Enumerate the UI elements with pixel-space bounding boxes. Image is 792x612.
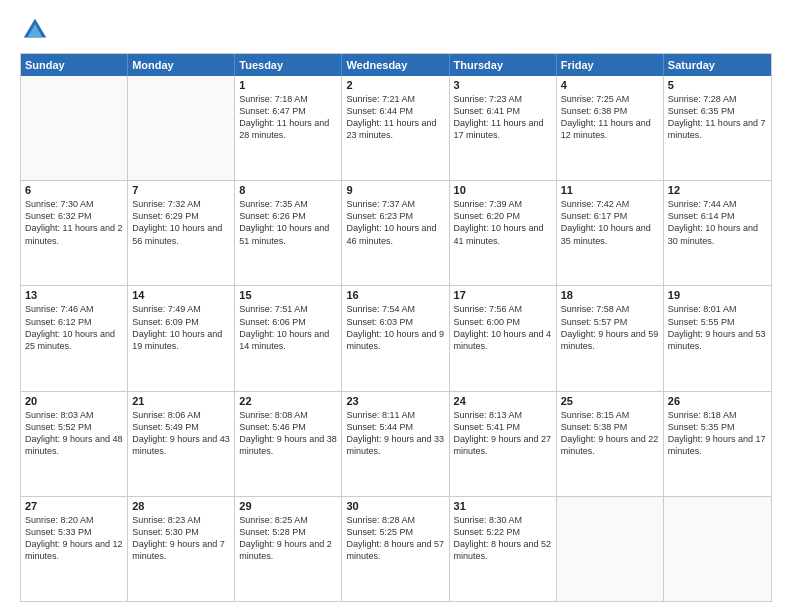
empty-cell [128, 76, 235, 180]
day-cell-6: 6Sunrise: 7:30 AM Sunset: 6:32 PM Daylig… [21, 181, 128, 285]
cell-details: Sunrise: 7:37 AM Sunset: 6:23 PM Dayligh… [346, 198, 444, 247]
logo-icon [20, 15, 50, 45]
calendar-row-4: 20Sunrise: 8:03 AM Sunset: 5:52 PM Dayli… [21, 391, 771, 496]
cell-details: Sunrise: 8:18 AM Sunset: 5:35 PM Dayligh… [668, 409, 767, 458]
day-cell-25: 25Sunrise: 8:15 AM Sunset: 5:38 PM Dayli… [557, 392, 664, 496]
day-number: 19 [668, 289, 767, 301]
cell-details: Sunrise: 7:46 AM Sunset: 6:12 PM Dayligh… [25, 303, 123, 352]
day-cell-4: 4Sunrise: 7:25 AM Sunset: 6:38 PM Daylig… [557, 76, 664, 180]
day-number: 20 [25, 395, 123, 407]
day-cell-23: 23Sunrise: 8:11 AM Sunset: 5:44 PM Dayli… [342, 392, 449, 496]
cell-details: Sunrise: 8:13 AM Sunset: 5:41 PM Dayligh… [454, 409, 552, 458]
cell-details: Sunrise: 7:51 AM Sunset: 6:06 PM Dayligh… [239, 303, 337, 352]
cell-details: Sunrise: 7:28 AM Sunset: 6:35 PM Dayligh… [668, 93, 767, 142]
day-cell-30: 30Sunrise: 8:28 AM Sunset: 5:25 PM Dayli… [342, 497, 449, 601]
day-cell-15: 15Sunrise: 7:51 AM Sunset: 6:06 PM Dayli… [235, 286, 342, 390]
cell-details: Sunrise: 7:25 AM Sunset: 6:38 PM Dayligh… [561, 93, 659, 142]
day-number: 1 [239, 79, 337, 91]
day-cell-11: 11Sunrise: 7:42 AM Sunset: 6:17 PM Dayli… [557, 181, 664, 285]
calendar: SundayMondayTuesdayWednesdayThursdayFrid… [20, 53, 772, 602]
cell-details: Sunrise: 7:49 AM Sunset: 6:09 PM Dayligh… [132, 303, 230, 352]
day-cell-19: 19Sunrise: 8:01 AM Sunset: 5:55 PM Dayli… [664, 286, 771, 390]
day-number: 6 [25, 184, 123, 196]
page: SundayMondayTuesdayWednesdayThursdayFrid… [0, 0, 792, 612]
calendar-row-3: 13Sunrise: 7:46 AM Sunset: 6:12 PM Dayli… [21, 285, 771, 390]
day-number: 4 [561, 79, 659, 91]
day-cell-8: 8Sunrise: 7:35 AM Sunset: 6:26 PM Daylig… [235, 181, 342, 285]
cell-details: Sunrise: 7:58 AM Sunset: 5:57 PM Dayligh… [561, 303, 659, 352]
day-cell-20: 20Sunrise: 8:03 AM Sunset: 5:52 PM Dayli… [21, 392, 128, 496]
weekday-header-tuesday: Tuesday [235, 54, 342, 76]
header [20, 15, 772, 45]
cell-details: Sunrise: 8:06 AM Sunset: 5:49 PM Dayligh… [132, 409, 230, 458]
day-number: 25 [561, 395, 659, 407]
day-cell-12: 12Sunrise: 7:44 AM Sunset: 6:14 PM Dayli… [664, 181, 771, 285]
day-number: 11 [561, 184, 659, 196]
day-number: 21 [132, 395, 230, 407]
cell-details: Sunrise: 7:23 AM Sunset: 6:41 PM Dayligh… [454, 93, 552, 142]
day-number: 15 [239, 289, 337, 301]
day-cell-1: 1Sunrise: 7:18 AM Sunset: 6:47 PM Daylig… [235, 76, 342, 180]
cell-details: Sunrise: 8:25 AM Sunset: 5:28 PM Dayligh… [239, 514, 337, 563]
day-number: 13 [25, 289, 123, 301]
empty-cell [21, 76, 128, 180]
calendar-row-1: 1Sunrise: 7:18 AM Sunset: 6:47 PM Daylig… [21, 76, 771, 180]
day-cell-9: 9Sunrise: 7:37 AM Sunset: 6:23 PM Daylig… [342, 181, 449, 285]
day-number: 2 [346, 79, 444, 91]
calendar-body: 1Sunrise: 7:18 AM Sunset: 6:47 PM Daylig… [21, 76, 771, 601]
cell-details: Sunrise: 8:20 AM Sunset: 5:33 PM Dayligh… [25, 514, 123, 563]
weekday-header-sunday: Sunday [21, 54, 128, 76]
logo [20, 15, 56, 45]
weekday-header-monday: Monday [128, 54, 235, 76]
cell-details: Sunrise: 7:56 AM Sunset: 6:00 PM Dayligh… [454, 303, 552, 352]
day-number: 30 [346, 500, 444, 512]
cell-details: Sunrise: 8:08 AM Sunset: 5:46 PM Dayligh… [239, 409, 337, 458]
cell-details: Sunrise: 8:30 AM Sunset: 5:22 PM Dayligh… [454, 514, 552, 563]
day-number: 26 [668, 395, 767, 407]
cell-details: Sunrise: 7:35 AM Sunset: 6:26 PM Dayligh… [239, 198, 337, 247]
day-cell-26: 26Sunrise: 8:18 AM Sunset: 5:35 PM Dayli… [664, 392, 771, 496]
day-number: 28 [132, 500, 230, 512]
cell-details: Sunrise: 7:44 AM Sunset: 6:14 PM Dayligh… [668, 198, 767, 247]
day-cell-3: 3Sunrise: 7:23 AM Sunset: 6:41 PM Daylig… [450, 76, 557, 180]
cell-details: Sunrise: 7:18 AM Sunset: 6:47 PM Dayligh… [239, 93, 337, 142]
day-cell-21: 21Sunrise: 8:06 AM Sunset: 5:49 PM Dayli… [128, 392, 235, 496]
day-number: 12 [668, 184, 767, 196]
day-number: 9 [346, 184, 444, 196]
calendar-header: SundayMondayTuesdayWednesdayThursdayFrid… [21, 54, 771, 76]
day-cell-29: 29Sunrise: 8:25 AM Sunset: 5:28 PM Dayli… [235, 497, 342, 601]
day-number: 29 [239, 500, 337, 512]
cell-details: Sunrise: 7:39 AM Sunset: 6:20 PM Dayligh… [454, 198, 552, 247]
day-number: 23 [346, 395, 444, 407]
day-cell-7: 7Sunrise: 7:32 AM Sunset: 6:29 PM Daylig… [128, 181, 235, 285]
cell-details: Sunrise: 7:32 AM Sunset: 6:29 PM Dayligh… [132, 198, 230, 247]
weekday-header-friday: Friday [557, 54, 664, 76]
day-cell-31: 31Sunrise: 8:30 AM Sunset: 5:22 PM Dayli… [450, 497, 557, 601]
day-cell-24: 24Sunrise: 8:13 AM Sunset: 5:41 PM Dayli… [450, 392, 557, 496]
calendar-row-2: 6Sunrise: 7:30 AM Sunset: 6:32 PM Daylig… [21, 180, 771, 285]
day-number: 22 [239, 395, 337, 407]
day-cell-13: 13Sunrise: 7:46 AM Sunset: 6:12 PM Dayli… [21, 286, 128, 390]
day-number: 7 [132, 184, 230, 196]
day-number: 3 [454, 79, 552, 91]
day-number: 31 [454, 500, 552, 512]
day-number: 8 [239, 184, 337, 196]
day-cell-18: 18Sunrise: 7:58 AM Sunset: 5:57 PM Dayli… [557, 286, 664, 390]
day-cell-22: 22Sunrise: 8:08 AM Sunset: 5:46 PM Dayli… [235, 392, 342, 496]
day-cell-28: 28Sunrise: 8:23 AM Sunset: 5:30 PM Dayli… [128, 497, 235, 601]
day-cell-5: 5Sunrise: 7:28 AM Sunset: 6:35 PM Daylig… [664, 76, 771, 180]
cell-details: Sunrise: 7:42 AM Sunset: 6:17 PM Dayligh… [561, 198, 659, 247]
cell-details: Sunrise: 7:30 AM Sunset: 6:32 PM Dayligh… [25, 198, 123, 247]
weekday-header-saturday: Saturday [664, 54, 771, 76]
cell-details: Sunrise: 8:15 AM Sunset: 5:38 PM Dayligh… [561, 409, 659, 458]
cell-details: Sunrise: 8:11 AM Sunset: 5:44 PM Dayligh… [346, 409, 444, 458]
empty-cell [557, 497, 664, 601]
day-number: 17 [454, 289, 552, 301]
calendar-row-5: 27Sunrise: 8:20 AM Sunset: 5:33 PM Dayli… [21, 496, 771, 601]
cell-details: Sunrise: 7:54 AM Sunset: 6:03 PM Dayligh… [346, 303, 444, 352]
cell-details: Sunrise: 7:21 AM Sunset: 6:44 PM Dayligh… [346, 93, 444, 142]
weekday-header-wednesday: Wednesday [342, 54, 449, 76]
day-number: 27 [25, 500, 123, 512]
cell-details: Sunrise: 8:01 AM Sunset: 5:55 PM Dayligh… [668, 303, 767, 352]
day-cell-16: 16Sunrise: 7:54 AM Sunset: 6:03 PM Dayli… [342, 286, 449, 390]
